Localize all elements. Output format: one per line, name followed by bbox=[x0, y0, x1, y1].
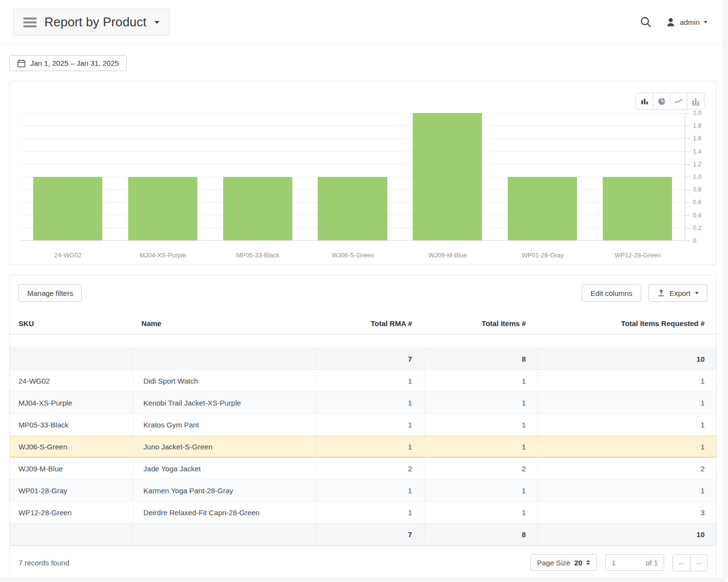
totals-row-bottom: 7 8 10 bbox=[10, 524, 716, 545]
table-row[interactable]: WJ09-M-Blue Jade Yoga Jacket 2 2 2 bbox=[10, 458, 716, 480]
menu-icon bbox=[23, 18, 37, 27]
edit-columns-button[interactable]: Edit columns bbox=[582, 284, 641, 302]
chart-type-toolbar bbox=[635, 93, 705, 110]
total-items: 8 bbox=[424, 524, 537, 545]
page-size-spinner-icon bbox=[586, 560, 590, 565]
current-page-input[interactable]: 1 bbox=[612, 559, 615, 567]
app-header: Report by Product admin bbox=[0, 0, 728, 45]
report-table-panel: Manage filters Edit columns Export bbox=[9, 275, 717, 580]
column-header-total-rma[interactable]: Total RMA # bbox=[316, 313, 423, 334]
user-menu[interactable]: admin bbox=[666, 17, 708, 27]
user-icon bbox=[666, 17, 676, 27]
table-row-highlighted[interactable]: WJ06-S-Green Juno Jacket-S-Green 1 1 1 bbox=[10, 436, 716, 458]
date-range-button[interactable]: Jan 1, 2025 – Jan 31, 2025 bbox=[9, 55, 127, 71]
cell-sku: WJ09-M-Blue bbox=[10, 458, 133, 480]
filter-cell bbox=[316, 334, 423, 348]
report-title-menu-button[interactable]: Report by Product bbox=[13, 9, 170, 36]
cell-rma: 1 bbox=[316, 392, 423, 414]
vertical-scrollbar[interactable] bbox=[723, 0, 728, 582]
cell-requested: 1 bbox=[537, 480, 716, 502]
search-icon bbox=[640, 16, 652, 28]
main-content: Jan 1, 2025 – Jan 31, 2025 bbox=[0, 45, 728, 580]
chevron-down-icon bbox=[154, 21, 159, 24]
bar-chart-button[interactable] bbox=[636, 93, 653, 109]
total-items: 8 bbox=[424, 348, 537, 370]
pagination: Page Size 20 1 of 1 ← → bbox=[530, 554, 708, 571]
total-items-requested: 10 bbox=[537, 524, 716, 545]
bar-chart-icon bbox=[640, 97, 649, 106]
cell-rma: 1 bbox=[316, 480, 423, 502]
totals-row-top: 7 8 10 bbox=[10, 348, 716, 370]
table-footer: 7 records found Page Size 20 1 of 1 ← → bbox=[10, 545, 716, 579]
table-header-row: SKU Name Total RMA # Total Items # Total… bbox=[10, 313, 716, 334]
header-actions: admin bbox=[640, 16, 708, 28]
column-header-total-items[interactable]: Total Items # bbox=[424, 313, 537, 334]
column-header-total-items-requested[interactable]: Total Items Requested # bbox=[537, 313, 716, 334]
arrow-right-icon: → bbox=[695, 558, 703, 567]
bar-WP12-28-Green[interactable] bbox=[603, 177, 672, 241]
stacked-bar-chart-button[interactable] bbox=[687, 93, 704, 109]
y-tick-label: 1.0 bbox=[685, 174, 701, 180]
report-table: SKU Name Total RMA # Total Items # Total… bbox=[10, 313, 716, 545]
bar-WP01-28-Gray[interactable] bbox=[508, 177, 577, 241]
page-number-box: 1 of 1 bbox=[605, 554, 664, 571]
page-nav: ← → bbox=[672, 554, 708, 571]
bars bbox=[20, 113, 685, 240]
y-axis: 2.01.81.61.41.21.00.80.60.40.20 bbox=[685, 113, 716, 241]
column-header-sku[interactable]: SKU bbox=[10, 313, 133, 334]
cell-requested: 2 bbox=[537, 458, 716, 480]
manage-filters-button[interactable]: Manage filters bbox=[19, 284, 82, 302]
table-row[interactable]: WP12-28-Green Deirdre Relaxed-Fit Capri-… bbox=[10, 502, 716, 524]
y-tick-label: 0.8 bbox=[685, 186, 701, 193]
pie-chart-button[interactable] bbox=[653, 93, 670, 109]
bar-slot bbox=[400, 113, 495, 240]
records-found-label: 7 records found bbox=[19, 559, 69, 567]
x-tick-label: WP01-28-Gray bbox=[495, 252, 590, 259]
bar-MJ04-XS-Purple[interactable] bbox=[128, 177, 197, 241]
table-row[interactable]: MP05-33-Black Kratos Gym Pant 1 1 1 bbox=[10, 414, 716, 436]
search-button[interactable] bbox=[640, 16, 652, 28]
next-page-button[interactable]: → bbox=[690, 555, 707, 571]
cell-rma: 1 bbox=[316, 370, 423, 392]
bar-WJ09-M-Blue[interactable] bbox=[413, 113, 482, 240]
cell-items: 1 bbox=[424, 392, 537, 414]
table-row[interactable]: MJ04-XS-Purple Kenobi Trail Jacket-XS-Pu… bbox=[10, 392, 716, 414]
cell-name: Kratos Gym Pant bbox=[133, 414, 316, 436]
bar-slot bbox=[305, 113, 400, 240]
bar-24-WG02[interactable] bbox=[33, 177, 102, 241]
filter-row bbox=[10, 334, 716, 348]
cell-requested: 1 bbox=[537, 436, 716, 458]
total-items-requested: 10 bbox=[537, 348, 716, 370]
export-button[interactable]: Export bbox=[649, 284, 708, 302]
table-row[interactable]: 24-WG02 Didi Sport Watch 1 1 1 bbox=[10, 370, 716, 392]
cell-rma: 1 bbox=[316, 436, 423, 458]
y-tick-label: 2.0 bbox=[685, 110, 701, 116]
cell-requested: 3 bbox=[537, 502, 716, 524]
line-chart-button[interactable] bbox=[670, 93, 687, 109]
bar-WJ06-S-Green[interactable] bbox=[318, 177, 387, 241]
date-range-label: Jan 1, 2025 – Jan 31, 2025 bbox=[30, 59, 119, 67]
manage-filters-label: Manage filters bbox=[27, 289, 73, 297]
cell-name: Didi Sport Watch bbox=[133, 370, 316, 392]
previous-page-button[interactable]: ← bbox=[673, 555, 690, 571]
cell-sku: MJ04-XS-Purple bbox=[10, 392, 133, 414]
column-header-name[interactable]: Name bbox=[133, 313, 316, 334]
export-icon bbox=[657, 289, 665, 297]
y-tick-label: 1.8 bbox=[685, 122, 701, 129]
table-actions-right: Edit columns Export bbox=[582, 284, 708, 302]
page-size-selector[interactable]: Page Size 20 bbox=[530, 554, 597, 571]
horizontal-scrollbar[interactable] bbox=[0, 578, 728, 582]
cell-items: 1 bbox=[424, 502, 537, 524]
bar-slot bbox=[20, 113, 115, 240]
table-row[interactable]: WP01-28-Gray Karmen Yoga Pant-28-Gray 1 … bbox=[10, 480, 716, 502]
bar-slot bbox=[590, 113, 685, 240]
username: admin bbox=[680, 18, 700, 26]
page-title: Report by Product bbox=[44, 15, 147, 30]
line-chart-icon bbox=[674, 97, 683, 106]
page-size-value: 20 bbox=[574, 559, 582, 567]
cell-sku: WP01-28-Gray bbox=[10, 480, 133, 502]
bar-MP05-33-Black[interactable] bbox=[223, 177, 292, 241]
chevron-down-icon bbox=[704, 21, 708, 23]
cell-rma: 1 bbox=[316, 502, 423, 524]
cell-empty bbox=[133, 348, 316, 370]
